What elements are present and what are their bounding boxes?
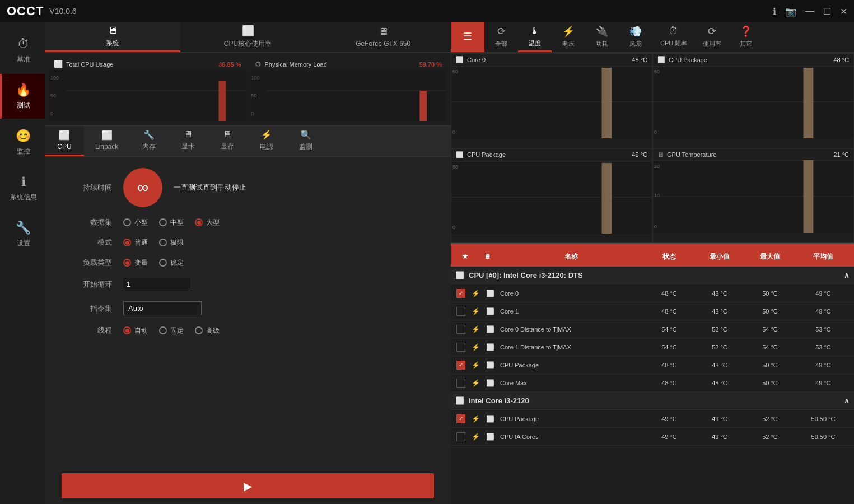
minimize-icon[interactable]: — [805, 6, 814, 16]
nav-all[interactable]: ⟳ 全部 [484, 22, 518, 52]
subtab-memory[interactable]: 🔧 内存 [129, 126, 169, 156]
row6-name: CPU Package [500, 416, 641, 422]
row7-icon2: ⬜ [486, 433, 494, 441]
load-variable[interactable]: 变量 [123, 258, 148, 268]
row1-avg: 49 °C [798, 308, 848, 315]
threads-advanced[interactable]: 高级 [195, 326, 220, 335]
instruction-set-select[interactable]: Auto [123, 301, 202, 315]
sensor-row-4: ⚡ ⬜ CPU Package 48 °C 48 °C 50 °C 49 °C [451, 356, 854, 374]
dataset-large[interactable]: 大型 [195, 218, 220, 227]
threads-row: 线程 自动 固定 高级 [62, 325, 434, 335]
row5-check[interactable] [456, 379, 465, 388]
mode-normal[interactable]: 普通 [123, 238, 148, 248]
mode-options: 普通 极限 [123, 238, 434, 248]
core0-y-top: 50 [452, 69, 458, 74]
tab-gpu[interactable]: 🖥 GeForce GTX 650 [315, 22, 451, 52]
sidebar-item-sysinfo[interactable]: ℹ 系统信息 [0, 166, 45, 211]
nav-fan[interactable]: 💨 风扇 [619, 22, 652, 52]
camera-icon[interactable]: 📷 [785, 6, 796, 17]
svg-rect-15 [804, 160, 814, 233]
nav-other[interactable]: ❓ 其它 [729, 22, 763, 52]
load-stable[interactable]: 稳定 [159, 258, 184, 268]
row3-check[interactable] [456, 343, 465, 352]
threads-fixed-radio[interactable] [159, 326, 167, 334]
start-cycle-row: 开始循环 [62, 278, 434, 291]
nav-usage[interactable]: ⟳ 使用率 [695, 22, 729, 52]
threads-fixed[interactable]: 固定 [159, 326, 184, 335]
subtab-monitoring-label: 监测 [299, 142, 312, 152]
dataset-medium-radio[interactable] [159, 218, 167, 226]
top-tabs: 🖥 系统 ⬜ CPU核心使用率 🖥 GeForce GTX 650 [45, 22, 451, 53]
mode-row: 模式 普通 极限 [62, 237, 434, 248]
nav-usage-label: 使用率 [703, 40, 721, 48]
close-icon[interactable]: ✕ [840, 6, 847, 17]
sidebar-item-test[interactable]: 🔥 测试 [0, 74, 45, 119]
group1-collapse[interactable]: ∧ [844, 271, 850, 279]
fan-icon: 💨 [629, 25, 642, 38]
core0-title: Core 0 [467, 57, 628, 63]
threads-advanced-radio[interactable] [195, 326, 203, 334]
sensor-row-6: ⚡ ⬜ CPU Package 49 °C 49 °C 52 °C 50.50 … [451, 410, 854, 428]
temp-charts: ⬜ Core 0 48 °C 50 0 ⬜ [451, 53, 854, 244]
mode-extreme-radio[interactable] [159, 239, 167, 246]
start-button[interactable]: ▶ [62, 473, 434, 498]
row0-check[interactable] [456, 289, 465, 298]
load-stable-radio[interactable] [159, 259, 167, 267]
cpu-usage-chart: ⬜ Total CPU Usage 36.85 % 100 50 0 [49, 58, 246, 121]
dataset-large-radio[interactable] [195, 218, 203, 226]
cpu-package-chart-top: ⬜ CPU Package 48 °C 50 0 [652, 53, 854, 148]
dataset-medium[interactable]: 中型 [159, 218, 184, 227]
nav-power[interactable]: 🔌 功耗 [585, 22, 619, 52]
gpu-subtab-icon: 🖥 [184, 129, 193, 139]
subtab-gpu[interactable]: 🖥 显卡 [169, 126, 208, 156]
row0-name: Core 0 [500, 290, 641, 297]
sidebar-item-settings[interactable]: 🔧 设置 [0, 212, 45, 256]
maximize-icon[interactable]: ☐ [823, 6, 831, 17]
tab-system-label: 系统 [106, 39, 119, 48]
row1-check[interactable] [456, 307, 465, 316]
nav-cpu-freq[interactable]: ⏱ CPU 频率 [652, 22, 695, 52]
duration-text: 一直测试直到手动停止 [174, 183, 246, 193]
sidebar-item-monitor[interactable]: 😊 监控 [0, 120, 45, 165]
power-subtab-icon: ⚡ [261, 129, 272, 140]
titlebar: OCCT V10.0.6 ℹ 📷 — ☐ ✕ [0, 0, 854, 22]
info-icon[interactable]: ℹ [773, 6, 776, 17]
row4-check[interactable] [456, 361, 465, 370]
sensor-table: ★ 🖥 名称 状态 最小值 最大值 平均值 ⬜ CPU [#0]: Intel … [451, 246, 854, 504]
row6-min: 49 °C [697, 416, 742, 422]
subtab-monitoring[interactable]: 🔍 监测 [286, 126, 325, 156]
mode-extreme[interactable]: 极限 [159, 238, 184, 248]
load-variable-radio[interactable] [123, 259, 131, 267]
row5-name: Core Max [500, 380, 641, 386]
subtab-power[interactable]: ⚡ 电源 [247, 126, 286, 156]
infinity-button[interactable]: ∞ [123, 168, 162, 207]
subtab-linpack[interactable]: ⬜ Linpack [84, 126, 129, 156]
nav-temperature[interactable]: 🌡 温度 [518, 22, 552, 52]
subtab-vram[interactable]: 🖥 显存 [208, 126, 247, 156]
dataset-small[interactable]: 小型 [123, 218, 148, 227]
sidebar-item-benchmark[interactable]: ⏱ 基准 [0, 28, 45, 73]
row7-check[interactable] [456, 432, 465, 441]
nav-voltage[interactable]: ⚡ 电压 [552, 22, 585, 52]
group2-collapse[interactable]: ∧ [844, 396, 850, 405]
row2-check[interactable] [456, 325, 465, 334]
start-cycle-input[interactable] [123, 278, 190, 291]
row2-avg: 53 °C [798, 326, 848, 333]
memory-chart: ⚙ Physical Memory Load 59.70 % 100 50 0 [250, 58, 447, 121]
row6-check[interactable] [456, 414, 465, 423]
right-panel: ☰ ⟳ 全部 🌡 温度 ⚡ 电压 🔌 功耗 💨 风扇 [451, 22, 854, 504]
instruction-set-row: 指令集 Auto [62, 301, 434, 315]
row5-max: 50 °C [748, 380, 792, 386]
start-icon: ▶ [244, 479, 252, 493]
cpu-package-title-top: CPU Package [669, 57, 830, 63]
threads-auto[interactable]: 自动 [123, 326, 148, 335]
tab-system[interactable]: 🖥 系统 [45, 22, 180, 52]
menu-button[interactable]: ☰ [451, 22, 484, 52]
tab-cpu-cores[interactable]: ⬜ CPU核心使用率 [180, 22, 316, 52]
nav-cpu-freq-label: CPU 频率 [660, 39, 687, 48]
threads-auto-radio[interactable] [123, 326, 131, 334]
mode-normal-radio[interactable] [123, 239, 131, 246]
subtab-cpu[interactable]: ⬜ CPU [45, 126, 84, 156]
dataset-small-radio[interactable] [123, 218, 131, 226]
nav-voltage-label: 电压 [562, 40, 575, 48]
